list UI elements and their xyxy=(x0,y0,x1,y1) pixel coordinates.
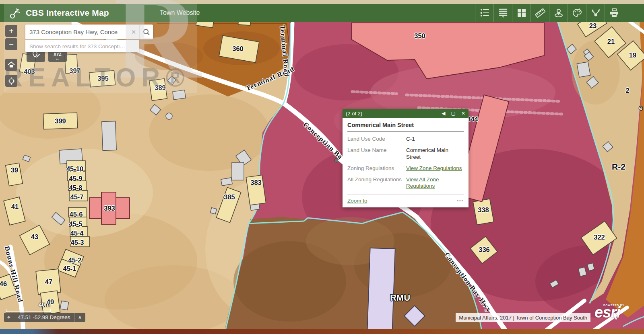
field-label: Zoning Regulations xyxy=(347,165,403,172)
popup-pointer xyxy=(338,156,343,164)
attribution-bar: Municipal Affairs, 2017 | Town of Concep… xyxy=(456,313,590,322)
popup-row: Land Use Name Commerical Main Street xyxy=(347,147,464,161)
near-me-icon[interactable] xyxy=(549,4,568,22)
search-button[interactable] xyxy=(139,25,153,39)
zoom-to-link[interactable]: Zoom to xyxy=(347,198,367,204)
town-website-link[interactable]: Town Website xyxy=(160,9,200,16)
home-icon xyxy=(8,61,15,68)
measurement-icon[interactable] xyxy=(530,4,549,22)
popup-close-icon[interactable]: ✕ xyxy=(461,111,465,116)
locate-button[interactable] xyxy=(5,75,17,87)
crosshair-icon[interactable]: ⌖ xyxy=(4,314,14,321)
popup-row: All Zoning Regulations View All Zone Reg… xyxy=(347,176,464,190)
town-logo-icon xyxy=(6,5,22,20)
coordinate-expand-button[interactable]: ∧ xyxy=(74,313,85,322)
field-value: Commerical Main Street xyxy=(406,147,464,161)
popup-body: Commerical Main Street Land Use Code C-1… xyxy=(343,118,469,207)
locate-icon xyxy=(8,77,15,85)
clear-search-icon[interactable]: ✕ xyxy=(128,29,139,36)
map-application: 4033973953893993603503443833853933941434… xyxy=(0,0,644,334)
search-suggestion-text: Show search results for 373 Concepti… xyxy=(25,43,125,49)
header-toolbar xyxy=(475,4,623,22)
all-zone-regulations-link[interactable]: View All Zone Regulations xyxy=(406,176,464,190)
popup-more-icon[interactable]: ••• xyxy=(457,199,464,203)
scale-label: 40m xyxy=(39,301,50,308)
popup-previous-icon[interactable]: ◀ xyxy=(442,111,445,116)
popup-title: Commerical Main Street xyxy=(347,122,464,132)
field-value: C-1 xyxy=(406,136,464,143)
zone-regulations-link[interactable]: View Zone Regulations xyxy=(406,165,464,172)
home-button[interactable] xyxy=(5,59,17,71)
zoom-out-button[interactable]: − xyxy=(5,38,17,50)
zoom-in-button[interactable]: + xyxy=(5,25,17,37)
share-icon[interactable] xyxy=(586,4,605,22)
field-label: All Zoning Regulations xyxy=(347,176,403,190)
legend-icon[interactable] xyxy=(475,4,493,22)
mouse-cursor-icon xyxy=(613,312,620,321)
popup-row: Land Use Code C-1 xyxy=(347,136,464,143)
search-input-value: 373 Conception Bay Hwy, Conce xyxy=(25,29,128,35)
popup-footer: Zoom to ••• xyxy=(347,194,464,204)
print-icon[interactable] xyxy=(605,4,623,22)
search-suggestion[interactable]: Show search results for 373 Concepti… xyxy=(25,40,139,52)
top-strip xyxy=(0,0,644,4)
feature-popup: (2 of 2) ◀ ▢ ✕ Commerical Main Street La… xyxy=(343,109,469,207)
layer-list-icon[interactable] xyxy=(493,4,512,22)
popup-counter: (2 of 2) xyxy=(346,111,362,117)
app-title: CBS Interactive Map xyxy=(26,8,109,18)
search-icon xyxy=(143,29,150,36)
popup-row: Zoning Regulations View Zone Regulations xyxy=(347,165,464,172)
popup-header[interactable]: (2 of 2) ◀ ▢ ✕ xyxy=(343,109,469,118)
xyz-arrow-icon: ← xyxy=(55,57,60,60)
search-input[interactable]: 373 Conception Bay Hwy, Conce ✕ xyxy=(25,25,139,39)
bottom-strip xyxy=(0,329,644,334)
app-header: CBS Interactive Map Town Website xyxy=(0,4,644,22)
field-label: Land Use Code xyxy=(347,136,403,143)
draw-icon[interactable] xyxy=(568,4,586,22)
field-label: Land Use Name xyxy=(347,147,403,161)
coordinate-widget: ⌖ 47.51 -52.98 Degrees ∧ xyxy=(4,313,85,322)
popup-maximize-icon[interactable]: ▢ xyxy=(451,111,456,116)
coordinate-value: 47.51 -52.98 Degrees xyxy=(14,314,74,320)
scale-bar xyxy=(6,309,51,312)
search-bar: 373 Conception Bay Hwy, Conce ✕ xyxy=(25,25,153,39)
basemap-gallery-icon[interactable] xyxy=(512,4,530,22)
